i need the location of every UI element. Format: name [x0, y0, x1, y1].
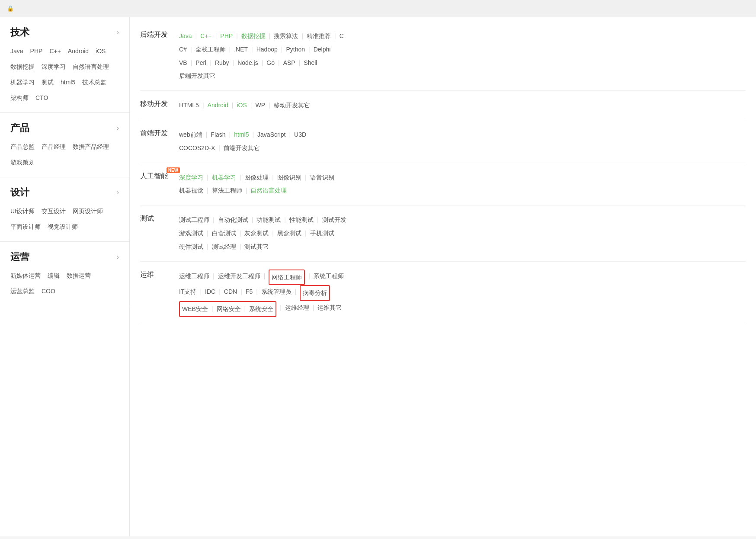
- sidebar-tag[interactable]: C++: [49, 45, 61, 57]
- link-item[interactable]: 黑盒测试: [277, 227, 301, 240]
- sidebar-tag[interactable]: UI设计师: [10, 205, 35, 217]
- link-item[interactable]: JavaScript: [257, 128, 285, 141]
- sidebar-tag[interactable]: 产品总监: [10, 141, 35, 153]
- link-item[interactable]: .NET: [234, 43, 248, 56]
- sidebar-tag[interactable]: 网页设计师: [73, 205, 103, 217]
- link-item[interactable]: 数据挖掘: [241, 29, 266, 43]
- sidebar-tag[interactable]: 技术总监: [82, 76, 106, 88]
- link-item[interactable]: 硬件测试: [179, 240, 203, 253]
- link-item[interactable]: ASP: [283, 56, 295, 70]
- sidebar-tag[interactable]: 交互设计: [42, 205, 66, 217]
- link-item[interactable]: 精准推荐: [307, 29, 331, 43]
- sidebar-tag[interactable]: iOS: [96, 45, 106, 57]
- link-item[interactable]: 性能测试: [289, 213, 314, 227]
- link-item[interactable]: 灰盒测试: [244, 227, 269, 240]
- link-item[interactable]: 算法工程师: [212, 184, 242, 197]
- sidebar-tag[interactable]: Java: [10, 45, 23, 57]
- sidebar-tag[interactable]: 深度学习: [42, 61, 66, 73]
- link-item[interactable]: 移动开发其它: [274, 99, 310, 112]
- link-item[interactable]: Android: [208, 99, 228, 112]
- link-item[interactable]: 运维经理: [285, 301, 309, 314]
- link-item[interactable]: 语音识别: [310, 171, 334, 184]
- sidebar-tag[interactable]: 机器学习: [10, 76, 35, 88]
- sidebar-tag[interactable]: 数据挖掘: [10, 61, 35, 73]
- link-item[interactable]: 运维其它: [317, 301, 342, 314]
- link-item[interactable]: 系统管理员: [261, 285, 292, 298]
- link-item[interactable]: U3D: [294, 128, 306, 141]
- sidebar-tag[interactable]: 测试: [42, 76, 54, 88]
- link-item[interactable]: 前端开发其它: [224, 141, 260, 155]
- sidebar-section-header-operations[interactable]: 运营›: [10, 250, 119, 263]
- link-item[interactable]: C++: [200, 29, 211, 43]
- link-item[interactable]: Hadoop: [256, 43, 278, 56]
- link-item[interactable]: 运维工程师: [179, 270, 209, 283]
- sidebar-section-header-tech[interactable]: 技术›: [10, 26, 119, 39]
- link-item[interactable]: 机器学习: [212, 171, 236, 184]
- link-item[interactable]: C#: [179, 43, 187, 56]
- link-item[interactable]: Node.js: [237, 56, 258, 70]
- link-item[interactable]: Python: [286, 43, 305, 56]
- link-item[interactable]: 机器视觉: [179, 184, 203, 197]
- link-item[interactable]: 自动化测试: [218, 213, 248, 227]
- link-item[interactable]: 全栈工程师: [195, 43, 226, 56]
- sidebar-tag[interactable]: 运营总监: [10, 285, 35, 297]
- link-item[interactable]: 系统工程师: [314, 270, 344, 283]
- link-item[interactable]: COCOS2D-X: [179, 141, 215, 155]
- link-item[interactable]: PHP: [220, 29, 233, 43]
- sidebar-tag[interactable]: 产品经理: [42, 141, 66, 153]
- link-item[interactable]: iOS: [237, 99, 247, 112]
- sidebar-tag[interactable]: 自然语言处理: [73, 61, 109, 73]
- link-item[interactable]: 系统安全: [249, 302, 273, 316]
- link-item-virus[interactable]: 病毒分析: [303, 286, 327, 300]
- sidebar-tag[interactable]: Android: [68, 45, 89, 57]
- link-item[interactable]: 运维开发工程师: [218, 270, 260, 283]
- link-item[interactable]: Delphi: [314, 43, 331, 56]
- sidebar-tag[interactable]: 平面设计师: [10, 221, 41, 233]
- sidebar-section-header-product[interactable]: 产品›: [10, 122, 119, 135]
- link-item[interactable]: IT支持: [179, 285, 196, 298]
- link-item[interactable]: 图像处理: [244, 171, 269, 184]
- link-item[interactable]: C: [340, 29, 344, 43]
- sidebar-tag[interactable]: html5: [61, 76, 75, 88]
- link-item[interactable]: 测试经理: [212, 240, 236, 253]
- link-item[interactable]: CDN: [224, 285, 237, 298]
- link-item[interactable]: 后端开发其它: [179, 69, 215, 83]
- link-item[interactable]: WEB安全: [182, 302, 208, 316]
- link-item[interactable]: Ruby: [215, 56, 229, 70]
- sidebar-tag[interactable]: 新媒体运营: [10, 270, 41, 282]
- sidebar-tag[interactable]: 数据运营: [67, 270, 91, 282]
- link-item[interactable]: Java: [179, 29, 192, 43]
- link-item[interactable]: 网络安全: [217, 302, 241, 316]
- link-item[interactable]: Shell: [304, 56, 317, 70]
- sidebar-tag[interactable]: 数据产品经理: [73, 141, 109, 153]
- link-item[interactable]: 搜索算法: [274, 29, 298, 43]
- link-item[interactable]: 功能测试: [256, 213, 281, 227]
- sidebar-tag[interactable]: COO: [42, 285, 55, 297]
- link-item[interactable]: HTML5: [179, 99, 199, 112]
- link-item[interactable]: Go: [266, 56, 275, 70]
- sidebar-tag[interactable]: 游戏策划: [10, 156, 35, 168]
- link-item[interactable]: 自然语言处理: [250, 184, 287, 197]
- link-item[interactable]: IDC: [205, 285, 215, 298]
- sidebar-tag[interactable]: 编辑: [48, 270, 60, 282]
- link-item[interactable]: 测试开发: [322, 213, 346, 227]
- link-item-network-engineer[interactable]: 网络工程师: [272, 271, 302, 284]
- link-item[interactable]: 深度学习: [179, 171, 203, 184]
- sidebar-section-header-design[interactable]: 设计›: [10, 186, 119, 199]
- link-item[interactable]: F5: [246, 285, 253, 298]
- link-item[interactable]: 游戏测试: [179, 227, 203, 240]
- sidebar-tag[interactable]: 视觉设计师: [48, 221, 78, 233]
- link-item[interactable]: 手机测试: [310, 227, 334, 240]
- link-item[interactable]: 测试工程师: [179, 213, 209, 227]
- link-item[interactable]: VB: [179, 56, 187, 70]
- link-item[interactable]: Flash: [211, 128, 225, 141]
- sidebar-tag[interactable]: CTO: [35, 92, 48, 104]
- link-item[interactable]: 测试其它: [244, 240, 269, 253]
- sidebar-tag[interactable]: 架构师: [10, 92, 29, 104]
- link-item[interactable]: Perl: [195, 56, 206, 70]
- link-item[interactable]: 图像识别: [277, 171, 301, 184]
- sidebar-tag[interactable]: PHP: [30, 45, 43, 57]
- link-item[interactable]: 白盒测试: [212, 227, 236, 240]
- link-item[interactable]: web前端: [179, 128, 202, 141]
- link-item[interactable]: html5: [234, 128, 249, 141]
